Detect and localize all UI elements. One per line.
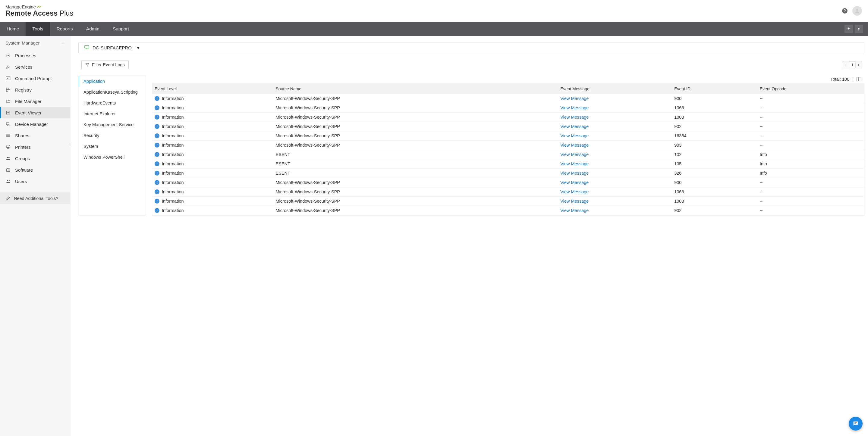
cell-event-id: 1003 [672, 197, 757, 206]
column-header[interactable]: Event ID [672, 84, 757, 94]
sidebar-item-event-viewer[interactable]: Event Viewer [0, 107, 70, 118]
cell-event-level: Information [162, 124, 184, 129]
table-row: iInformationMicrosoft-Windows-Security-S… [152, 197, 864, 206]
device-selector[interactable]: DC-SURFACEPRO ▼ [79, 42, 864, 53]
cell-event-level: Information [162, 143, 184, 147]
topnav-item-home[interactable]: Home [0, 22, 26, 36]
monitor-icon [84, 45, 90, 50]
svg-marker-21 [86, 63, 89, 66]
category-item-key-management-service[interactable]: Key Management Service [79, 119, 146, 130]
cell-event-opcode: -- [757, 131, 864, 141]
view-message-link[interactable]: View Message [560, 171, 589, 175]
package-icon [5, 167, 11, 172]
column-header[interactable]: Event Level [152, 84, 273, 94]
view-message-link[interactable]: View Message [560, 199, 589, 204]
help-icon[interactable]: ? [842, 8, 847, 13]
cell-event-id: 903 [672, 141, 757, 150]
sidebar-item-label: Registry [15, 87, 32, 93]
view-message-link[interactable]: View Message [560, 105, 589, 110]
sidebar-item-label: Services [15, 64, 33, 70]
sidebar-item-users[interactable]: Users [0, 175, 70, 187]
column-header[interactable]: Source Name [273, 84, 558, 94]
view-message-link[interactable]: View Message [560, 190, 589, 194]
view-message-link[interactable]: View Message [560, 133, 589, 138]
category-item-application[interactable]: Application [79, 76, 146, 87]
table-row: iInformationMicrosoft-Windows-Security-S… [152, 112, 864, 122]
total-count-label: Total: 100 [830, 77, 849, 81]
column-chooser-icon[interactable] [857, 77, 861, 81]
sidebar-item-label: File Manager [15, 99, 41, 104]
topnav-item-admin[interactable]: Admin [80, 22, 106, 36]
cell-event-opcode: -- [757, 187, 864, 197]
category-item-windows-powershell[interactable]: Windows PowerShell [79, 152, 146, 163]
cell-event-id: 16384 [672, 131, 757, 141]
svg-point-17 [9, 180, 10, 181]
topnav-item-tools[interactable]: Tools [26, 22, 50, 36]
cell-event-level: Information [162, 115, 184, 120]
svg-rect-5 [8, 88, 10, 90]
sidebar-additional-tools[interactable]: Need Additional Tools? [0, 192, 70, 204]
sidebar-item-command-prompt[interactable]: Command Prompt [0, 73, 70, 84]
pager-current-page: 1 [849, 61, 856, 68]
sidebar-item-services[interactable]: Services [0, 61, 70, 73]
svg-rect-9 [7, 125, 10, 126]
table-row: iInformationMicrosoft-Windows-Security-S… [152, 103, 864, 112]
svg-point-13 [7, 157, 8, 158]
topnav-item-support[interactable]: Support [106, 22, 135, 36]
info-icon: i [155, 208, 159, 213]
pager-next-button[interactable]: › [855, 61, 862, 68]
sidebar-item-registry[interactable]: Registry [0, 84, 70, 96]
view-message-link[interactable]: View Message [560, 96, 589, 101]
category-item-security[interactable]: Security [79, 130, 146, 141]
category-item-system[interactable]: System [79, 141, 146, 152]
sidebar-item-groups[interactable]: Groups [0, 153, 70, 164]
cell-event-opcode: -- [757, 197, 864, 206]
view-message-link[interactable]: View Message [560, 115, 589, 120]
sidebar-item-shares[interactable]: Shares [0, 130, 70, 141]
column-header[interactable]: Event Opcode [757, 84, 864, 94]
cell-event-id: 1003 [672, 112, 757, 122]
cell-event-level: Information [162, 96, 184, 101]
filter-icon [85, 63, 90, 67]
filter-event-logs-button[interactable]: Filter Event Logs [82, 61, 129, 69]
power-button[interactable] [855, 25, 863, 33]
view-message-link[interactable]: View Message [560, 143, 589, 147]
sidebar-item-software[interactable]: Software [0, 164, 70, 175]
cell-event-id: 902 [672, 122, 757, 131]
pencil-icon [5, 196, 10, 201]
table-row: iInformationMicrosoft-Windows-Security-S… [152, 122, 864, 131]
avatar[interactable] [852, 6, 862, 16]
sidebar-item-printers[interactable]: Printers [0, 141, 70, 153]
column-header[interactable]: Event Message [558, 84, 672, 94]
view-message-link[interactable]: View Message [560, 208, 589, 213]
sidebar-item-file-manager[interactable]: File Manager [0, 96, 70, 107]
quick-launch-button[interactable] [844, 25, 853, 33]
cell-event-id: 326 [672, 169, 757, 178]
cell-event-id: 102 [672, 150, 757, 159]
pager-prev-button[interactable]: ‹ [843, 61, 849, 68]
category-item-hardwareevents[interactable]: HardwareEvents [79, 98, 146, 108]
info-icon: i [155, 171, 159, 175]
topnav-item-reports[interactable]: Reports [50, 22, 80, 36]
view-message-link[interactable]: View Message [560, 152, 589, 157]
view-message-link[interactable]: View Message [560, 161, 589, 166]
category-item-applicationkaseya-scripting[interactable]: ApplicationKaseya Scripting [79, 87, 146, 98]
svg-rect-12 [7, 147, 9, 148]
pager: ‹ 1 › [843, 61, 862, 68]
sidebar-item-processes[interactable]: Processes [0, 50, 70, 61]
cell-source-name: Microsoft-Windows-Security-SPP [273, 103, 558, 112]
info-icon: i [155, 180, 159, 185]
cell-event-level: Information [162, 180, 184, 185]
chat-fab[interactable] [849, 417, 863, 431]
cell-source-name: ESENT [273, 169, 558, 178]
category-item-internet-explorer[interactable]: Internet Explorer [79, 108, 146, 119]
cell-source-name: Microsoft-Windows-Security-SPP [273, 131, 558, 141]
sidebar-item-device-manager[interactable]: Device Manager [0, 118, 70, 130]
svg-rect-18 [85, 45, 89, 48]
view-message-link[interactable]: View Message [560, 180, 589, 185]
cell-event-level: Information [162, 208, 184, 213]
content-area: DC-SURFACEPRO ▼ Filter Event Logs ‹ 1 › … [70, 36, 868, 436]
sidebar-section-system-manager[interactable]: System Manager [0, 36, 70, 50]
cell-source-name: Microsoft-Windows-Security-SPP [273, 178, 558, 187]
view-message-link[interactable]: View Message [560, 124, 589, 129]
